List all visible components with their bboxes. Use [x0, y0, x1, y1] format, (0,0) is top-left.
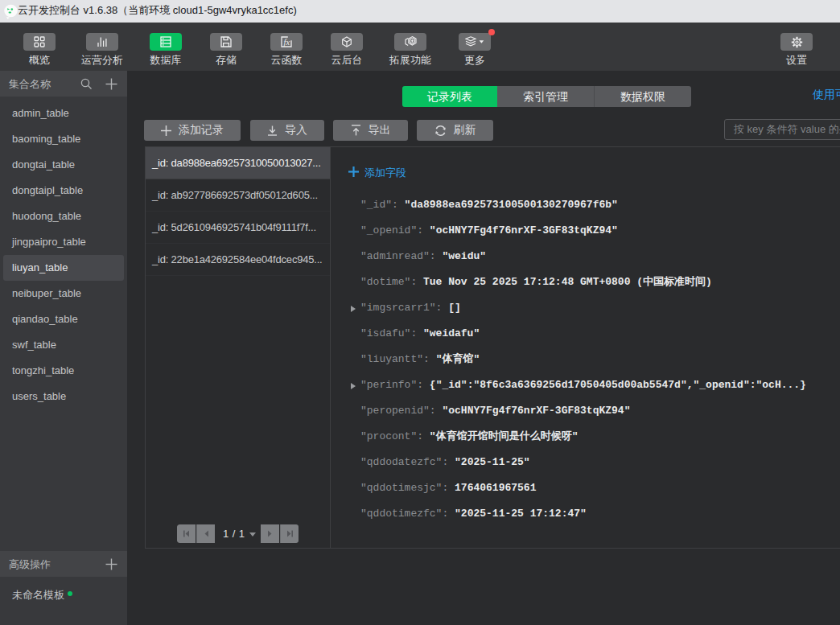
- svg-text:fx: fx: [284, 38, 290, 47]
